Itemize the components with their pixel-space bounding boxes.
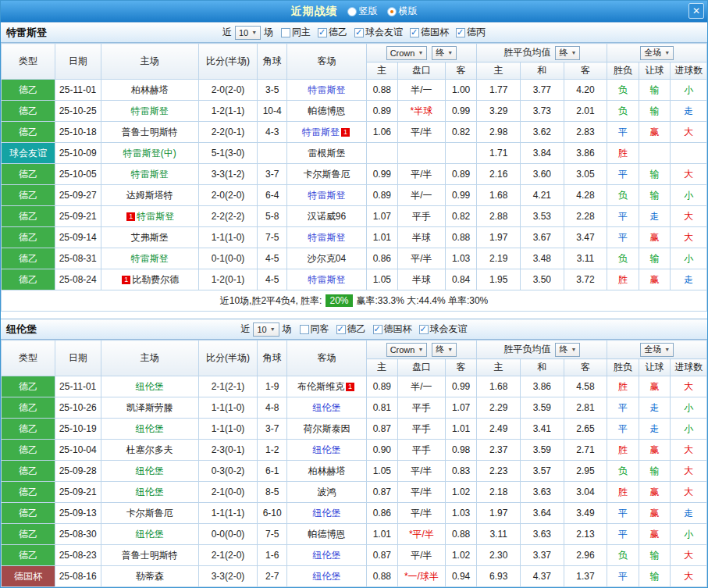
- home-team-name[interactable]: 特雷斯登: [131, 169, 169, 180]
- filter-checkbox[interactable]: 德国杯: [373, 323, 412, 336]
- home-team-name[interactable]: 艾弗斯堡: [131, 232, 169, 243]
- match-count-select[interactable]: 10 ▼: [235, 26, 261, 40]
- away-team-name[interactable]: 帕德博恩: [308, 529, 346, 540]
- title-area: 近期战绩 竖版 横版: [1, 5, 707, 19]
- date-cell: 25-10-09: [55, 143, 101, 164]
- home-team-name[interactable]: 纽伦堡: [136, 486, 164, 497]
- result-wdl-cell: 负: [607, 101, 639, 122]
- home-team-name[interactable]: 卡尔斯鲁厄: [126, 508, 173, 519]
- away-team-name[interactable]: 纽伦堡: [313, 508, 341, 519]
- home-team-name[interactable]: 达姆斯塔特: [126, 190, 173, 201]
- checkbox-icon[interactable]: [281, 28, 290, 37]
- away-team-name[interactable]: 纽伦堡: [313, 444, 341, 455]
- odds-stage-select[interactable]: 终▼: [432, 343, 457, 357]
- euro-away-odds-cell: 2.95: [564, 461, 607, 482]
- home-team-name[interactable]: 特雷斯登: [137, 211, 174, 222]
- away-team-name[interactable]: 特雷斯登: [308, 232, 346, 243]
- away-team-name[interactable]: 帕德博恩: [308, 105, 346, 116]
- checkbox-icon[interactable]: [373, 325, 382, 334]
- checkbox-icon[interactable]: [419, 325, 429, 334]
- home-team-name[interactable]: 特雷斯登(中): [123, 148, 176, 159]
- type-cell: 德乙: [2, 122, 55, 143]
- scope-select[interactable]: 全场▼: [640, 46, 674, 60]
- away-team-name[interactable]: 纽伦堡: [313, 571, 341, 582]
- home-team-name[interactable]: 纽伦堡: [136, 423, 164, 434]
- home-team-name[interactable]: 凯泽斯劳滕: [126, 402, 173, 413]
- europe-stage-select[interactable]: 终▼: [555, 46, 580, 60]
- checkbox-icon[interactable]: [336, 325, 346, 334]
- chevron-down-icon: ▼: [418, 50, 423, 55]
- away-team-name[interactable]: 纽伦堡: [313, 550, 341, 561]
- home-team-cell: 特雷斯登(中): [101, 143, 199, 164]
- home-team-name[interactable]: 普鲁士明斯特: [122, 127, 178, 137]
- layout-radio-horizontal[interactable]: 横版: [387, 5, 418, 18]
- filter-checkbox[interactable]: 德丙: [456, 26, 486, 39]
- home-team-name[interactable]: 特雷斯登: [131, 105, 169, 116]
- type-cell: 德乙: [2, 397, 55, 419]
- filter-checkbox[interactable]: 德乙: [336, 323, 366, 336]
- result-handicap-cell: 输: [639, 80, 670, 101]
- away-team-name[interactable]: 特雷斯登: [308, 274, 346, 285]
- away-team-name[interactable]: 特雷斯登: [308, 84, 346, 95]
- away-team-name[interactable]: 荷尔斯泰因: [304, 423, 350, 434]
- home-team-name[interactable]: 普鲁士明斯特: [122, 550, 178, 561]
- away-team-name[interactable]: 雷根斯堡: [308, 148, 346, 159]
- away-team-name[interactable]: 布伦斯维克: [297, 381, 344, 392]
- filter-checkbox[interactable]: 球会友谊: [354, 26, 403, 39]
- checkbox-icon[interactable]: [354, 28, 364, 37]
- home-team-name[interactable]: 纽伦堡: [136, 465, 164, 476]
- filter-checkbox[interactable]: 德国杯: [410, 26, 449, 39]
- away-team-name[interactable]: 汉诺威96: [308, 211, 346, 222]
- home-team-name[interactable]: 比勒费尔德: [132, 274, 179, 285]
- radio-icon[interactable]: [387, 7, 397, 16]
- away-team-name[interactable]: 纽伦堡: [313, 402, 341, 413]
- asia-away-odds-cell: 0.98: [445, 440, 477, 461]
- bookmaker-select[interactable]: Crown▼: [386, 343, 428, 357]
- away-team-name[interactable]: 特雷斯登: [302, 127, 340, 137]
- europe-stage-select[interactable]: 终▼: [555, 343, 580, 357]
- checkbox-icon[interactable]: [318, 28, 327, 37]
- home-team-name[interactable]: 纽伦堡: [136, 529, 164, 540]
- score-cell: 2-1(2-1): [199, 376, 258, 397]
- filter-checkbox[interactable]: 同客: [300, 323, 329, 336]
- asia-home-odds-cell: 0.87: [366, 419, 397, 440]
- scope-select[interactable]: 全场▼: [640, 343, 674, 357]
- euro-away-odds-cell: 2.83: [564, 122, 607, 143]
- away-team-name[interactable]: 柏林赫塔: [308, 465, 346, 476]
- filter-checkbox[interactable]: 球会友谊: [419, 323, 468, 336]
- bookmaker-select[interactable]: Crown▼: [386, 46, 428, 60]
- home-team-name[interactable]: 杜塞尔多夫: [126, 444, 173, 455]
- away-team-name[interactable]: 沙尔克04: [308, 253, 346, 264]
- radio-icon[interactable]: [347, 7, 357, 16]
- filter-prefix-label: 近: [240, 323, 250, 336]
- home-team-name[interactable]: 特雷斯登: [131, 253, 169, 264]
- close-button[interactable]: ✕: [688, 3, 704, 19]
- asia-home-odds-cell: 0.88: [366, 566, 397, 587]
- corner-cell: 3-7: [257, 164, 286, 185]
- layout-radio-vertical[interactable]: 竖版: [347, 5, 378, 18]
- home-team-name[interactable]: 纽伦堡: [136, 381, 164, 392]
- asia-home-odds-cell: 0.86: [366, 248, 397, 269]
- date-cell: 25-09-27: [55, 185, 101, 206]
- away-team-name[interactable]: 特雷斯登: [308, 190, 346, 201]
- home-team-name[interactable]: 柏林赫塔: [131, 84, 169, 95]
- home-team-cell: 普鲁士明斯特: [101, 122, 199, 143]
- corner-cell: 4-3: [257, 122, 286, 143]
- type-cell: 德乙: [2, 269, 55, 290]
- radio-label: 横版: [399, 5, 418, 18]
- odds-stage-select[interactable]: 终▼: [432, 46, 457, 60]
- filter-checkbox[interactable]: 同主: [281, 26, 311, 39]
- date-cell: 25-09-21: [55, 206, 101, 227]
- euro-home-odds-cell: 2.18: [477, 482, 521, 503]
- away-team-name[interactable]: 波鸿: [318, 486, 336, 497]
- home-team-name[interactable]: 勒蒂森: [136, 571, 164, 582]
- checkbox-icon[interactable]: [456, 28, 465, 37]
- col-date: 日期: [55, 340, 101, 376]
- away-team-name[interactable]: 卡尔斯鲁厄: [304, 169, 350, 180]
- match-count-select[interactable]: 10 ▼: [253, 323, 279, 337]
- asia-home-odds-cell: 0.89: [366, 185, 397, 206]
- filter-checkbox[interactable]: 德乙: [318, 26, 347, 39]
- euro-away-odds-cell: 3.04: [564, 482, 607, 503]
- checkbox-icon[interactable]: [300, 325, 309, 334]
- checkbox-icon[interactable]: [410, 28, 419, 37]
